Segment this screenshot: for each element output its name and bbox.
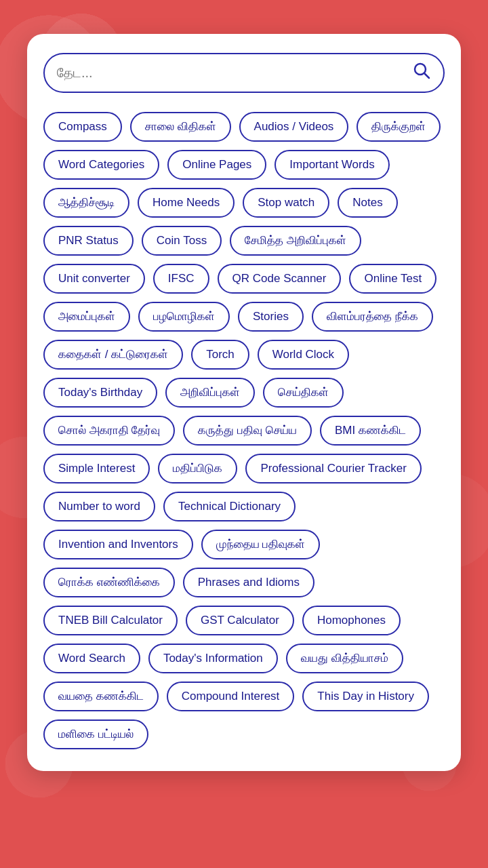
chip-item[interactable]: GST Calculator — [186, 606, 294, 635]
chip-item[interactable]: PNR Status — [43, 226, 134, 256]
chip-item[interactable]: Home Needs — [138, 188, 235, 218]
chip-item[interactable]: மளிகை பட்டியல் — [43, 719, 148, 749]
chip-item[interactable]: Torch — [191, 340, 249, 370]
chip-item[interactable]: Compound Interest — [167, 682, 295, 711]
chip-item[interactable]: Professional Courier Tracker — [245, 454, 421, 484]
chip-item[interactable]: ரொக்க எண்ணிக்கை — [43, 568, 175, 597]
chip-item[interactable]: Invention and Inventors — [43, 530, 193, 559]
chip-item[interactable]: மதிப்பிடுக — [158, 454, 237, 484]
chip-item[interactable]: Simple Interest — [43, 454, 150, 484]
chip-item[interactable]: அமைப்புகள் — [43, 302, 130, 332]
chip-item[interactable]: Word Categories — [43, 150, 159, 180]
chip-item[interactable]: World Clock — [258, 340, 349, 370]
chip-item[interactable]: Notes — [338, 188, 397, 218]
chip-item[interactable]: QR Code Scanner — [218, 264, 342, 294]
chip-item[interactable]: BMI கணக்கிட — [320, 416, 421, 446]
svg-line-1 — [425, 74, 430, 79]
main-card: Compassசாலை விதிகள்Audios / Videosதிருக்… — [27, 34, 461, 771]
chip-item[interactable]: Unit converter — [43, 264, 145, 294]
chip-item[interactable]: Online Test — [349, 264, 436, 294]
chip-item[interactable]: Today's Information — [148, 644, 278, 673]
chip-item[interactable]: கருத்து பதிவு செய்ய — [183, 416, 311, 446]
chip-item[interactable]: ஆத்திச்சூடி — [43, 188, 129, 218]
search-icon[interactable] — [412, 61, 431, 85]
chip-item[interactable]: Today's Birthday — [43, 378, 157, 408]
search-bar — [43, 53, 445, 93]
chip-item[interactable]: முந்தைய பதிவுகள் — [201, 530, 321, 559]
chip-item[interactable]: வயதை கணக்கிட — [43, 682, 159, 711]
chip-item[interactable]: IFSC — [153, 264, 209, 294]
chip-item[interactable]: செய்திகள் — [263, 378, 344, 408]
chip-item[interactable]: Compass — [43, 112, 122, 142]
chip-item[interactable]: Online Pages — [167, 150, 266, 180]
chip-item[interactable]: Stories — [238, 302, 304, 332]
chip-item[interactable]: Number to word — [43, 492, 155, 521]
chip-item[interactable]: TNEB Bill Calculator — [43, 606, 178, 635]
chip-item[interactable]: Audios / Videos — [239, 112, 349, 142]
chip-item[interactable]: விளம்பரத்தை நீக்க — [312, 302, 433, 332]
chip-item[interactable]: சாலை விதிகள் — [130, 112, 231, 142]
chips-container: Compassசாலை விதிகள்Audios / Videosதிருக்… — [43, 112, 445, 749]
chip-item[interactable]: கதைகள் / கட்டுரைகள் — [43, 340, 183, 370]
chip-item[interactable]: சொல் அகராதி தேர்வு — [43, 416, 175, 446]
chip-item[interactable]: Homophones — [302, 606, 401, 635]
chip-item[interactable]: Coin Toss — [142, 226, 222, 256]
chip-item[interactable]: Technical Dictionary — [163, 492, 296, 521]
search-input[interactable] — [57, 65, 412, 81]
chip-item[interactable]: வயது வித்தியாசம் — [286, 644, 403, 673]
chip-item[interactable]: Stop watch — [243, 188, 329, 218]
chip-item[interactable]: Phrases and Idioms — [183, 568, 314, 597]
chip-item[interactable]: This Day in History — [302, 682, 429, 711]
svg-point-0 — [415, 64, 426, 75]
chip-item[interactable]: திருக்குறள் — [357, 112, 441, 142]
chip-item[interactable]: Word Search — [43, 644, 140, 673]
chip-item[interactable]: Important Words — [274, 150, 389, 180]
chip-item[interactable]: அறிவிப்புகள் — [165, 378, 255, 408]
chip-item[interactable]: பழமொழிகள் — [138, 302, 230, 332]
chip-item[interactable]: சேமித்த அறிவிப்புகள் — [230, 226, 361, 256]
